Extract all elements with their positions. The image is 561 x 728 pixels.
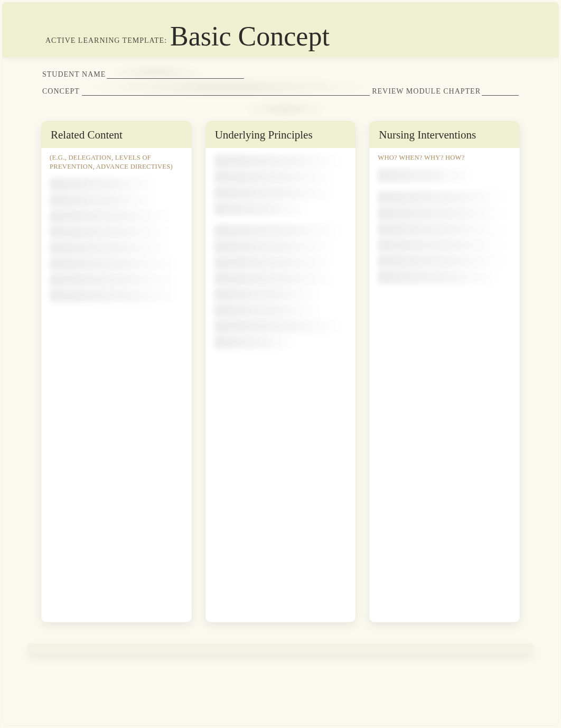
student-name-label: STUDENT NAME — [42, 70, 106, 79]
nursing-interventions-subtitle: WHO? WHEN? WHY? HOW? — [369, 148, 520, 162]
handwriting-blur — [50, 209, 172, 223]
handwriting-blur — [50, 193, 158, 207]
handwriting-blur — [50, 225, 172, 239]
template-prefix: ACTIVE LEARNING TEMPLATE: — [45, 36, 167, 45]
handwriting-blur — [378, 207, 507, 220]
student-name-row: STUDENT NAME — [42, 68, 519, 79]
handwriting-blur — [50, 289, 179, 302]
underlying-principles-title: Underlying Principles — [215, 128, 347, 142]
review-chapter-label: REVIEW MODULE CHAPTER — [372, 87, 481, 96]
student-name-field[interactable] — [107, 68, 244, 79]
handwriting-blur — [214, 272, 336, 285]
handwriting-blur — [214, 303, 322, 317]
handwriting-blur — [214, 154, 343, 168]
info-section: STUDENT NAME CONCEPT REVIEW MODULE CHAPT… — [2, 68, 559, 121]
handwriting-blur — [214, 186, 336, 200]
handwriting-blur — [214, 256, 336, 270]
nursing-interventions-title: Nursing Interventions — [379, 128, 510, 142]
handwriting-blur — [378, 169, 473, 182]
concept-label: CONCEPT — [42, 87, 80, 96]
handwriting-blur — [214, 288, 322, 301]
card-header: Underlying Principles — [205, 121, 356, 148]
nursing-interventions-body[interactable] — [369, 162, 520, 294]
handwriting-blur — [214, 224, 343, 238]
underlying-principles-body[interactable] — [205, 148, 356, 360]
handwriting-blur — [214, 335, 295, 349]
underlying-principles-card: Underlying Principles — [205, 121, 356, 622]
handwriting-blur — [378, 238, 507, 252]
related-content-card: Related Content (E.G., DELEGATION, LEVEL… — [41, 121, 192, 622]
card-header: Related Content — [41, 121, 192, 148]
columns: Related Content (E.G., DELEGATION, LEVEL… — [2, 121, 559, 622]
handwriting-blur — [50, 178, 158, 191]
concept-field[interactable] — [82, 85, 370, 96]
handwriting-blur — [214, 170, 336, 184]
related-content-body[interactable] — [41, 171, 192, 313]
handwriting-blur — [50, 257, 179, 271]
handwriting-blur — [84, 78, 372, 96]
page: ACTIVE LEARNING TEMPLATE: Basic Concept … — [2, 2, 559, 726]
handwriting-blur — [109, 66, 205, 79]
card-header: Nursing Interventions — [369, 121, 520, 148]
template-title: Basic Concept — [170, 23, 330, 50]
nursing-interventions-card: Nursing Interventions WHO? WHEN? WHY? HO… — [369, 121, 520, 622]
related-content-title: Related Content — [51, 128, 182, 142]
handwriting-blur — [243, 102, 328, 116]
header-band: ACTIVE LEARNING TEMPLATE: Basic Concept — [2, 2, 559, 58]
review-chapter-field[interactable] — [482, 85, 519, 96]
handwriting-blur — [378, 254, 507, 268]
handwriting-blur — [214, 202, 309, 216]
concept-row: CONCEPT REVIEW MODULE CHAPTER — [42, 85, 519, 96]
concept-subline-blur — [42, 102, 519, 115]
handwriting-blur — [50, 273, 179, 287]
handwriting-blur — [50, 241, 172, 255]
handwriting-blur — [214, 240, 336, 254]
handwriting-blur — [214, 319, 343, 333]
footer-band — [27, 643, 534, 654]
handwriting-blur — [378, 191, 507, 205]
related-content-subtitle: (E.G., DELEGATION, LEVELS OF PREVENTION,… — [41, 148, 192, 171]
handwriting-blur — [378, 223, 507, 236]
handwriting-blur — [378, 270, 500, 284]
